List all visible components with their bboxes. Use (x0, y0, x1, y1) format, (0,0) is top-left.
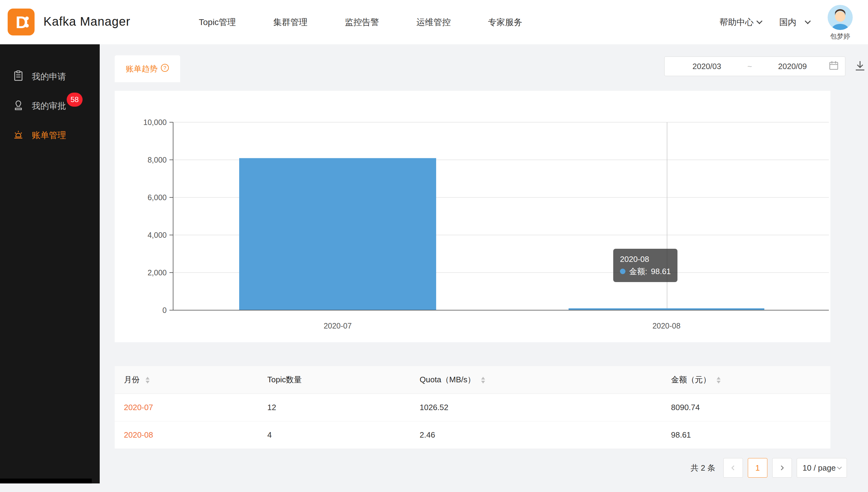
date-separator: ~ (743, 62, 756, 71)
sidebar-footer-bar (0, 478, 92, 484)
bar-chart: 0 2,000 4,000 6,000 8,000 10,000 2020-07… (115, 91, 830, 342)
quota-cell: 1026.52 (410, 394, 662, 421)
series-dot-icon (620, 269, 626, 274)
user-name: 包梦婷 (830, 32, 850, 41)
sidebar-item-my-applications[interactable]: 我的申请 (0, 62, 100, 91)
column-header-topic-count[interactable]: Topic数量 (258, 366, 410, 394)
approval-count-badge: 58 (67, 93, 83, 107)
chevron-down-icon (756, 18, 763, 24)
chevron-down-icon (805, 18, 811, 24)
x-tick-label: 2020-07 (324, 321, 352, 330)
sidebar-item-label: 我的审批 (32, 100, 66, 112)
y-tick-label: 0 (162, 306, 167, 315)
x-tick-label: 2020-08 (652, 321, 681, 330)
table-row: 2020-07 12 1026.52 8090.74 (115, 394, 830, 421)
tooltip-title: 2020-08 (620, 253, 671, 265)
nav-ops-control[interactable]: 运维管控 (416, 17, 450, 28)
total-count-label: 共 2 条 (690, 463, 715, 473)
top-header: D Kafka Manager Topic管理 集群管理 监控告警 运维管控 专… (0, 0, 868, 44)
help-center-menu[interactable]: 帮助中心 (719, 17, 761, 28)
page-size-select[interactable]: 10 / page (797, 458, 847, 477)
tab-label: 账单趋势 (126, 64, 158, 74)
clipboard-icon (13, 70, 24, 83)
topic-count-cell: 12 (258, 394, 410, 421)
tooltip-series-label: 金额: (629, 265, 647, 277)
page-size-value: 10 / page (802, 463, 836, 473)
amount-cell: 98.61 (662, 421, 830, 449)
nav-monitoring-alerts[interactable]: 监控告警 (345, 17, 379, 28)
sidebar-item-label: 账单管理 (32, 129, 66, 141)
y-tick-label: 8,000 (147, 155, 167, 164)
region-label: 国内 (779, 17, 796, 28)
region-selector[interactable]: 国内 (779, 17, 810, 28)
avatar (828, 5, 853, 31)
sidebar-item-label: 我的申请 (32, 71, 66, 82)
tab-bill-trend[interactable]: 账单趋势 ? (115, 55, 180, 82)
download-icon[interactable] (853, 59, 867, 73)
date-end[interactable]: 2020/09 (756, 62, 828, 71)
sidebar-item-my-approvals[interactable]: 我的审批 58 (0, 91, 100, 121)
sidebar-item-bill-management[interactable]: 账单管理 (0, 121, 100, 150)
nav-topic-management[interactable]: Topic管理 (199, 17, 236, 28)
y-tick-label: 4,000 (147, 231, 167, 239)
column-header-month[interactable]: 月份 (115, 366, 258, 394)
app-title: Kafka Manager (43, 15, 130, 28)
y-tick-label: 6,000 (147, 193, 167, 202)
svg-text:?: ? (163, 65, 166, 71)
bill-icon (13, 129, 24, 142)
table-header-row: 月份 Topic数量 Quota（MB/s） (115, 366, 830, 394)
tooltip-value: 98.61 (651, 265, 671, 277)
nav-cluster-management[interactable]: 集群管理 (273, 17, 307, 28)
topic-count-cell: 4 (258, 421, 410, 449)
sort-icon[interactable] (481, 377, 485, 384)
amount-cell: 8090.74 (662, 394, 830, 421)
column-header-amount[interactable]: 金额（元） (662, 366, 830, 394)
bill-table: 月份 Topic数量 Quota（MB/s） (115, 366, 830, 449)
bill-table-card: 月份 Topic数量 Quota（MB/s） (115, 366, 830, 449)
chevron-down-icon (837, 465, 842, 470)
page-number-button[interactable]: 1 (748, 458, 767, 477)
bar-2020-07[interactable] (239, 158, 436, 310)
pagination: 共 2 条 1 10 / page (690, 458, 847, 477)
table-row: 2020-08 4 2.46 98.61 (115, 421, 830, 449)
header-right: 帮助中心 国内 包梦婷 (719, 0, 853, 44)
chart-tooltip: 2020-08 金额: 98.61 (613, 249, 677, 282)
date-start[interactable]: 2020/03 (671, 62, 743, 71)
sort-icon[interactable] (717, 377, 721, 384)
month-link[interactable]: 2020-07 (115, 394, 258, 421)
prev-page-button[interactable] (723, 458, 743, 477)
sort-icon[interactable] (146, 377, 149, 384)
month-link[interactable]: 2020-08 (115, 421, 258, 449)
app-logo-icon[interactable]: D (8, 8, 34, 35)
stamp-icon (13, 100, 24, 113)
date-range-picker[interactable]: 2020/03 ~ 2020/09 (664, 56, 845, 76)
calendar-icon (828, 60, 839, 73)
nav-expert-service[interactable]: 专家服务 (488, 17, 522, 28)
user-menu[interactable]: 包梦婷 (828, 5, 853, 41)
y-tick-label: 10,000 (143, 118, 167, 126)
logo-letter: D (16, 13, 28, 32)
main-nav: Topic管理 集群管理 监控告警 运维管控 专家服务 (199, 0, 522, 44)
sidebar: 我的申请 我的审批 58 账单管理 (0, 44, 100, 484)
bill-trend-chart-card: 0 2,000 4,000 6,000 8,000 10,000 2020-07… (115, 91, 830, 342)
next-page-button[interactable] (772, 458, 792, 477)
help-center-label: 帮助中心 (719, 17, 754, 28)
column-header-quota[interactable]: Quota（MB/s） (410, 366, 662, 394)
question-circle-icon[interactable]: ? (161, 64, 169, 74)
y-tick-label: 2,000 (147, 268, 167, 277)
quota-cell: 2.46 (410, 421, 662, 449)
